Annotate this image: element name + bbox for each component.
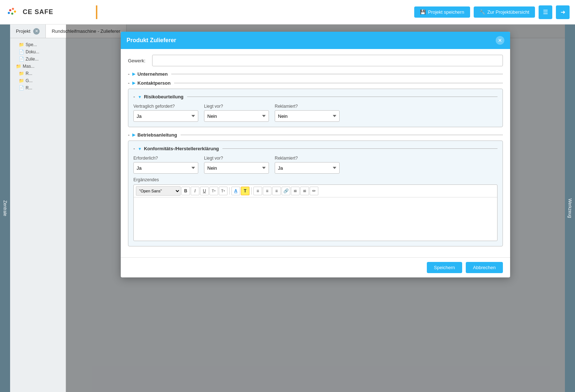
ergaenzendes-label: Ergänzendes — [133, 177, 497, 182]
kontaktperson-label: Kontaktperson — [137, 80, 171, 86]
toolbar-divider-2 — [251, 187, 252, 195]
konformitaet-header: - ▼ Konformitäts-/Herstellererklärung — [133, 146, 497, 151]
gewerk-label: Gewerk: — [128, 58, 148, 63]
dialog-footer: Speichern Abbrechen — [121, 257, 510, 277]
section-kontaktperson-header: - ▶ Kontaktperson — [128, 80, 503, 86]
konformitaet-section: - ▼ Konformitäts-/Herstellererklärung Er… — [128, 141, 503, 246]
tree-item-spe[interactable]: 📁 Spe... — [10, 41, 66, 48]
eraser-button[interactable]: ✏ — [310, 187, 318, 195]
svg-point-2 — [14, 10, 16, 13]
right-sidebar[interactable]: Werkzeug — [565, 24, 575, 392]
tree-item-doku[interactable]: 📄 Doku... — [10, 48, 66, 55]
left-sidebar[interactable]: Zentrale — [0, 24, 10, 392]
header-actions: 💾 Projekt speichern 🔧 Zur Projektübersic… — [414, 5, 575, 19]
risikobeurteilung-label: Risikobeurteilung — [144, 94, 183, 99]
align-right-button[interactable]: ≡ — [272, 187, 281, 195]
risikobeurteilung-section: - ▼ Risikobeurteilung Vertraglich geford… — [128, 89, 503, 127]
editor-container: "Open Sans" Arial Times New Roman B I U … — [133, 184, 497, 241]
liegt-vor-select[interactable]: Ja Nein — [204, 110, 269, 122]
header: CE SAFE 💾 Projekt speichern 🔧 Zur Projek… — [0, 0, 575, 24]
tab-close-projekt[interactable]: ✕ — [33, 28, 40, 35]
tree-item-mas[interactable]: 📁 Mas... — [10, 63, 66, 70]
menu-button[interactable]: ☰ — [539, 5, 552, 19]
align-center-button[interactable]: ≡ — [263, 187, 271, 195]
reklamiert-group: Reklamiert? Ja Nein — [275, 104, 340, 122]
tree-item-r2[interactable]: 📄 R... — [10, 84, 66, 92]
align-left-button[interactable]: ≡ — [253, 187, 262, 195]
vertraglich-select[interactable]: Ja Nein — [133, 110, 198, 122]
konf-liegt-vor-select[interactable]: Ja Nein — [204, 162, 269, 174]
svg-point-1 — [12, 8, 14, 10]
underline-button[interactable]: U — [200, 187, 209, 195]
gewerk-row: Gewerk: — [128, 55, 503, 66]
konf-reklamiert-select[interactable]: Ja Nein — [275, 162, 340, 174]
app-name: CE SAFE — [23, 8, 53, 16]
gewerk-input[interactable] — [152, 55, 503, 66]
risikobeurteilung-expand-icon[interactable]: ▼ — [138, 95, 142, 99]
close-icon: ✕ — [498, 37, 502, 43]
ordered-list-button[interactable]: ≌ — [291, 187, 300, 195]
save-icon: 💾 — [420, 9, 426, 15]
konf-reklamiert-label: Reklamiert? — [275, 156, 340, 161]
risikobeurteilung-dropdowns: Vertraglich gefordert? Ja Nein Liegt vor… — [133, 104, 497, 122]
editor-toolbar: "Open Sans" Arial Times New Roman B I U … — [134, 185, 497, 197]
dialog-header: Produkt Zulieferer ✕ — [121, 32, 510, 49]
risikobeurteilung-header: - ▼ Risikobeurteilung — [133, 94, 497, 99]
superscript-button[interactable]: T+ — [209, 187, 218, 195]
file-icon-2: 📄 — [19, 57, 24, 62]
liegt-vor-label: Liegt vor? — [204, 104, 269, 109]
font-select[interactable]: "Open Sans" Arial Times New Roman — [136, 186, 181, 196]
dialog-title: Produkt Zulieferer — [127, 37, 176, 44]
svg-point-4 — [8, 12, 10, 14]
erforderlich-group: Erforderlich? Ja Nein — [133, 156, 198, 174]
reklamiert-select[interactable]: Ja Nein — [275, 110, 340, 122]
unternehmen-expand-icon[interactable]: ▶ — [132, 72, 135, 76]
liegt-vor-group: Liegt vor? Ja Nein — [204, 104, 269, 122]
project-sidebar: 📁 Spe... 📄 Doku... 📄 Zulie... 📁 Mas... 📁… — [10, 38, 66, 392]
konf-liegt-vor-group: Liegt vor? Ja Nein — [204, 156, 269, 174]
tree-item-r1[interactable]: 📁 R... — [10, 70, 66, 77]
cancel-button[interactable]: Abbrechen — [466, 262, 503, 273]
svg-point-0 — [9, 9, 11, 11]
menu-icon: ☰ — [543, 9, 548, 15]
tree-item-zulie[interactable]: 📄 Zulie... — [10, 55, 66, 63]
vertraglich-label: Vertraglich gefordert? — [133, 104, 198, 109]
tree-item-g[interactable]: 📁 G... — [10, 77, 66, 84]
dialog: Produkt Zulieferer ✕ Gewerk: - ▶ — [121, 32, 510, 277]
text-color-button[interactable]: A — [231, 187, 240, 195]
highlight-button[interactable]: T — [241, 187, 249, 195]
konformitaet-label: Konformitäts-/Herstellererklärung — [144, 146, 219, 151]
folder-icon-3: 📁 — [19, 71, 24, 76]
vertraglich-group: Vertraglich gefordert? Ja Nein — [133, 104, 198, 122]
project-overview-button[interactable]: 🔧 Zur Projektübersicht — [474, 6, 535, 18]
reklamiert-label: Reklamiert? — [275, 104, 340, 109]
dialog-overlay: Produkt Zulieferer ✕ Gewerk: - ▶ — [66, 24, 565, 392]
bold-button[interactable]: B — [181, 187, 190, 195]
section-unternehmen-header: - ▶ Unternehmen — [128, 71, 503, 77]
kontaktperson-expand-icon[interactable]: ▶ — [132, 81, 135, 85]
main-area: Projekt ✕ Rundschleifmaschine - Zuliefer… — [10, 24, 565, 392]
unternehmen-label: Unternehmen — [137, 71, 168, 77]
betriebsanleitung-label: Betriebsanleitung — [137, 132, 177, 138]
dialog-body: Gewerk: - ▶ Unternehmen - ▶ Kontaktperso… — [121, 49, 510, 257]
file-icon-3: 📄 — [19, 85, 24, 90]
editor-content[interactable] — [134, 197, 497, 241]
tab-projekt[interactable]: Projekt ✕ — [10, 24, 46, 38]
konformitaet-expand-icon[interactable]: ▼ — [138, 147, 142, 151]
svg-point-3 — [11, 12, 13, 14]
toolbar-divider-1 — [229, 187, 230, 195]
unordered-list-button[interactable]: ≌ — [300, 187, 309, 195]
logo-area: CE SAFE — [0, 5, 97, 19]
konformitaet-dropdowns: Erforderlich? Ja Nein Liegt vor? Ja — [133, 156, 497, 174]
subscript-button[interactable]: T+ — [219, 187, 227, 195]
erforderlich-select[interactable]: Ja Nein — [133, 162, 198, 174]
folder-icon-4: 📁 — [19, 78, 24, 83]
italic-button[interactable]: I — [191, 187, 199, 195]
dialog-close-button[interactable]: ✕ — [496, 36, 504, 45]
betriebsanleitung-expand-icon[interactable]: ▶ — [132, 133, 135, 137]
save-project-button[interactable]: 💾 Projekt speichern — [414, 6, 470, 18]
logo-icon — [5, 5, 19, 19]
link-button[interactable]: 🔗 — [282, 187, 290, 195]
save-button[interactable]: Speichern — [427, 262, 463, 273]
exit-button[interactable]: ➜ — [556, 5, 570, 19]
